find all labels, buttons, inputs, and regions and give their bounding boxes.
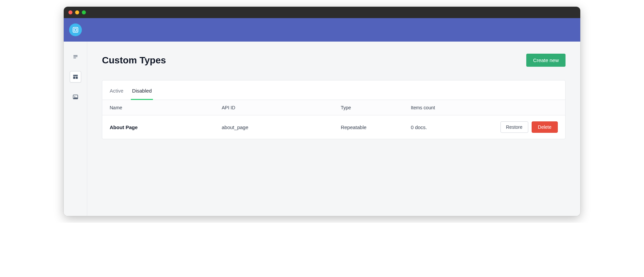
row-actions: Restore Delete <box>481 121 558 133</box>
sidebar-item-media[interactable] <box>70 91 81 103</box>
row-type: Repeatable <box>341 124 411 130</box>
svg-rect-7 <box>75 76 77 79</box>
logo-icon <box>72 26 79 34</box>
tab-active[interactable]: Active <box>110 80 123 100</box>
sidebar <box>64 42 87 216</box>
window-maximize-icon[interactable] <box>82 10 86 14</box>
svg-rect-6 <box>73 76 75 79</box>
table-header: Name API ID Type Items count <box>102 100 565 115</box>
row-items-count: 0 docs. <box>411 124 481 130</box>
delete-button[interactable]: Delete <box>532 121 558 133</box>
window-close-icon[interactable] <box>68 10 72 14</box>
window-titlebar <box>64 7 580 18</box>
svg-rect-1 <box>74 29 76 31</box>
app-logo[interactable] <box>69 23 82 36</box>
image-icon <box>72 94 78 100</box>
window-minimize-icon[interactable] <box>75 10 79 14</box>
lines-icon <box>72 54 78 60</box>
col-name: Name <box>110 105 222 110</box>
topbar <box>64 18 580 42</box>
col-type: Type <box>341 105 411 110</box>
tabs: Active Disabled <box>102 80 565 100</box>
col-items-count: Items count <box>411 105 481 110</box>
svg-rect-5 <box>73 75 78 76</box>
app-window: Custom Types Create new Active Disabled … <box>64 7 580 216</box>
sidebar-item-documents[interactable] <box>70 51 81 62</box>
tab-disabled[interactable]: Disabled <box>132 80 152 100</box>
svg-rect-0 <box>73 27 78 33</box>
create-new-button[interactable]: Create new <box>526 54 566 67</box>
layout-icon <box>72 74 78 80</box>
page-title: Custom Types <box>102 55 166 66</box>
table-row: About Page about_page Repeatable 0 docs.… <box>102 115 565 139</box>
row-name: About Page <box>110 124 222 130</box>
svg-point-9 <box>74 96 75 97</box>
sidebar-item-custom-types[interactable] <box>70 71 81 82</box>
row-api-id: about_page <box>222 124 341 130</box>
main-content: Custom Types Create new Active Disabled … <box>87 42 580 216</box>
restore-button[interactable]: Restore <box>500 121 528 133</box>
types-panel: Active Disabled Name API ID Type Items c… <box>102 80 566 139</box>
col-api-id: API ID <box>222 105 341 110</box>
